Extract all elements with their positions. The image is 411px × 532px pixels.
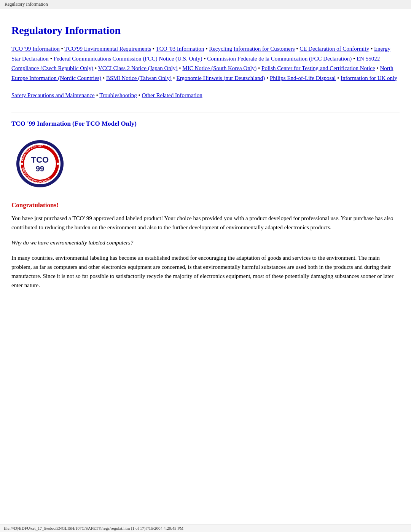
svg-point-9 bbox=[57, 163, 59, 165]
nav-link-fcc[interactable]: Federal Communications Commission (FCC) … bbox=[54, 56, 202, 62]
body-text-1: You have just purchased a TCO' 99 approv… bbox=[11, 214, 400, 232]
nav-link-tco99[interactable]: TCO '99 Information bbox=[11, 46, 60, 52]
link-safety[interactable]: Safety Precautions and Maintenance bbox=[11, 92, 95, 98]
svg-text:TCO: TCO bbox=[31, 155, 49, 165]
browser-tab: Regulatory Information bbox=[0, 0, 411, 9]
link-troubleshooting[interactable]: Troubleshooting bbox=[99, 92, 137, 98]
svg-point-8 bbox=[21, 163, 23, 165]
nav-link-polish[interactable]: Polish Center for Testing and Certificat… bbox=[261, 65, 375, 71]
main-content: Regulatory Information TCO '99 Informati… bbox=[0, 9, 411, 319]
divider bbox=[11, 112, 400, 112]
nav-links-section: TCO '99 Information • TCO'99 Environment… bbox=[11, 44, 400, 83]
section1-title: TCO '99 Information (For TCO Model Only) bbox=[11, 120, 400, 128]
nav-link-mic[interactable]: MIC Notice (South Korea Only) bbox=[182, 65, 256, 71]
nav-link-recycling[interactable]: Recycling Information for Customers bbox=[209, 46, 295, 52]
secondary-links-section: Safety Precautions and Maintenance • Tro… bbox=[11, 91, 400, 101]
nav-link-ergonomie[interactable]: Ergonomie Hinweis (nur Deutschland) bbox=[177, 75, 265, 81]
nav-link-bsmi[interactable]: BSMI Notice (Taiwan Only) bbox=[106, 75, 172, 81]
nav-link-philips-disposal[interactable]: Philips End-of-Life Disposal bbox=[270, 75, 336, 81]
congratulations-heading: Congratulations! bbox=[11, 201, 400, 209]
nav-link-uk[interactable]: Information for UK only bbox=[341, 75, 397, 81]
nav-link-fcc-france[interactable]: Commission Federale de la Communication … bbox=[207, 56, 352, 62]
nav-link-tco99env[interactable]: TCO'99 Environmental Requirements bbox=[64, 46, 151, 52]
tco-logo: TCO 99 ECOLOGY ENERGY EMISSIONS ERGONOMI… bbox=[15, 139, 65, 189]
italic-text-1: Why do we have environmentally labeled c… bbox=[11, 238, 400, 247]
body-text-2: In many countries, environmental labelin… bbox=[11, 253, 400, 290]
nav-link-tco03[interactable]: TCO '03 Information bbox=[156, 46, 204, 52]
nav-link-vcci[interactable]: VCCI Class 2 Notice (Japan Only) bbox=[98, 65, 178, 71]
page-title: Regulatory Information bbox=[11, 24, 400, 37]
link-other-info[interactable]: Other Related Information bbox=[142, 92, 202, 98]
svg-text:99: 99 bbox=[36, 165, 44, 173]
tco-logo-container: TCO 99 ECOLOGY ENERGY EMISSIONS ERGONOMI… bbox=[11, 135, 400, 201]
nav-link-ce[interactable]: CE Declaration of Conformity bbox=[299, 46, 369, 52]
